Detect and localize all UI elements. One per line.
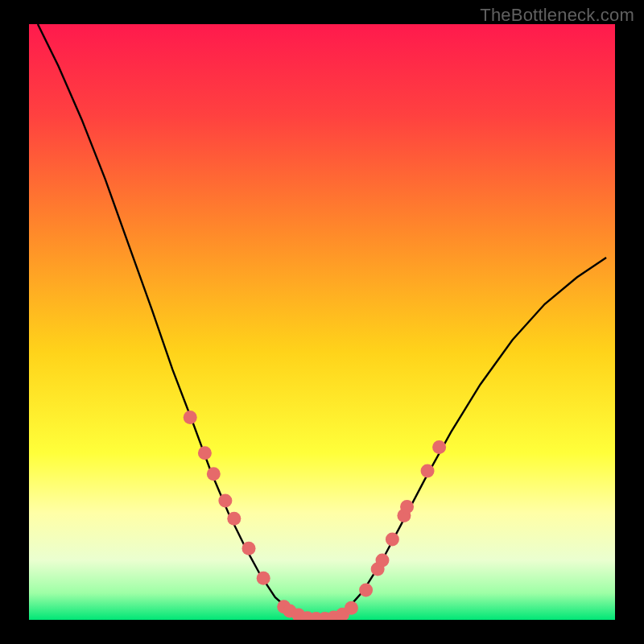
bead-marker [400,500,414,514]
bead-marker [242,542,256,555]
bead-marker [386,533,399,547]
chart-stage: TheBottleneck.com [0,0,644,644]
bead-marker [375,554,389,568]
bead-marker [345,601,358,615]
bead-marker [207,467,221,481]
bead-marker [184,411,197,424]
bead-marker [257,572,270,585]
watermark-text: TheBottleneck.com [480,5,634,26]
bottleneck-chart [0,0,644,644]
bead-marker [198,446,212,460]
bead-marker [359,584,373,597]
bead-marker [421,464,435,478]
bead-marker [432,440,446,454]
bead-marker [227,512,241,526]
bead-marker [218,494,232,508]
plot-background [29,24,615,620]
